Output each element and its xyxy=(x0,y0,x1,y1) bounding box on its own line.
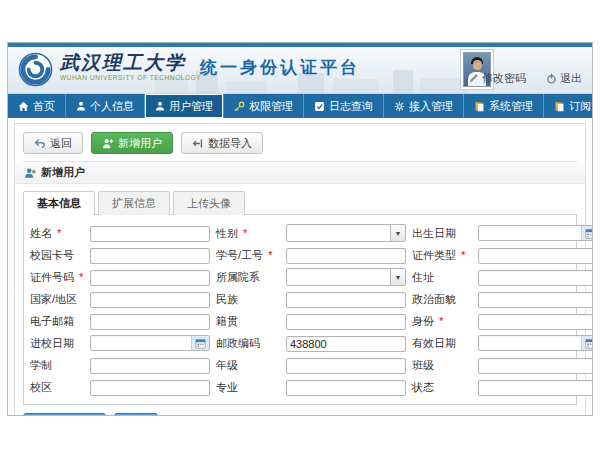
nav-item-permission-management[interactable]: 权限管理 xyxy=(224,94,304,118)
toolbar: 返回 新增用户 数据导入 xyxy=(23,129,577,162)
user-icon xyxy=(76,101,86,111)
reset-button[interactable]: 重置 xyxy=(114,413,158,416)
main-nav: 首页个人信息用户管理权限管理日志查询接入管理系统管理订阅管理 xyxy=(8,94,592,118)
add-user-icon xyxy=(102,138,113,149)
nav-item-log-query[interactable]: 日志查询 xyxy=(304,94,384,118)
field-label-email: 电子邮箱 xyxy=(28,314,86,329)
change-password-link[interactable]: 修改密码 xyxy=(468,71,526,86)
nav-item-system-management[interactable]: 系统管理 xyxy=(464,94,544,118)
calendar-icon[interactable] xyxy=(191,336,209,350)
university-logo-icon xyxy=(18,52,53,87)
identity-field xyxy=(478,312,593,330)
country-region-input[interactable] xyxy=(90,292,210,308)
field-label-name: 姓名 * xyxy=(28,226,86,241)
chevron-down-icon[interactable]: ▼ xyxy=(390,225,405,241)
tab-upload-avatar[interactable]: 上传头像 xyxy=(173,191,245,215)
required-asterisk: * xyxy=(79,271,83,283)
field-label-grade: 年级 xyxy=(214,358,282,373)
political-status-input[interactable] xyxy=(478,292,593,308)
nav-item-subscription-management[interactable]: 订阅管理 xyxy=(544,94,593,118)
header: 武汉理工大学 WUHAN UNIVERSITY OF TECHNOLOGY 统一… xyxy=(8,47,592,94)
key-icon xyxy=(234,101,245,112)
tab-basic-info[interactable]: 基本信息 xyxy=(23,191,95,215)
valid-date-input[interactable] xyxy=(478,335,593,351)
tab-extended-info[interactable]: 扩展信息 xyxy=(98,191,170,215)
nav-item-label: 权限管理 xyxy=(249,99,293,114)
gender-select[interactable]: ▼ xyxy=(286,224,406,242)
postal-code-field xyxy=(286,334,406,352)
logout-label: 退出 xyxy=(560,71,582,86)
identity-input[interactable] xyxy=(478,314,593,330)
native-place-input[interactable] xyxy=(286,314,406,330)
ethnicity-field xyxy=(286,290,406,308)
name-field xyxy=(90,224,210,242)
department-select[interactable]: ▼ xyxy=(286,268,406,286)
data-import-label: 数据导入 xyxy=(208,136,252,150)
import-arrow-icon xyxy=(192,138,203,149)
nav-item-label: 接入管理 xyxy=(409,99,453,114)
back-button[interactable]: 返回 xyxy=(23,132,83,154)
campus-card-no-input[interactable] xyxy=(90,248,210,264)
home-icon xyxy=(18,101,29,112)
app-window: 武汉理工大学 WUHAN UNIVERSITY OF TECHNOLOGY 统一… xyxy=(7,42,593,416)
country-region-field xyxy=(90,290,210,308)
field-label-gender: 性别 * xyxy=(214,226,282,241)
email-input[interactable] xyxy=(90,314,210,330)
education-length-input[interactable] xyxy=(90,358,210,374)
campus-input[interactable] xyxy=(90,380,210,396)
university-name: 武汉理工大学 xyxy=(60,53,201,73)
calendar-icon[interactable] xyxy=(581,336,593,350)
ethnicity-input[interactable] xyxy=(286,292,406,308)
power-icon xyxy=(546,73,557,84)
nav-item-label: 个人信息 xyxy=(90,99,134,114)
field-label-identity: 身份 * xyxy=(410,314,474,329)
data-import-button[interactable]: 数据导入 xyxy=(181,132,263,154)
field-label-student-staff-no: 学号/工号 * xyxy=(214,248,282,263)
add-user-icon xyxy=(24,167,36,179)
field-label-education-length: 学制 xyxy=(28,358,86,373)
submit-add-user-button[interactable]: 新增用户 xyxy=(23,413,106,416)
name-input[interactable] xyxy=(90,226,210,242)
status-field xyxy=(478,378,593,396)
id-type-input[interactable] xyxy=(478,248,593,264)
required-asterisk: * xyxy=(439,315,443,327)
class-input[interactable] xyxy=(478,358,593,374)
postal-code-input[interactable] xyxy=(286,336,406,352)
nav-item-home[interactable]: 首页 xyxy=(8,94,66,118)
chevron-down-icon[interactable]: ▼ xyxy=(390,269,405,285)
form-actions: 新增用户 重置 xyxy=(23,413,577,416)
address-input[interactable] xyxy=(478,270,593,286)
grade-field xyxy=(286,356,406,374)
field-label-status: 状态 xyxy=(410,380,474,395)
nav-item-personal-info[interactable]: 个人信息 xyxy=(66,94,145,118)
nav-item-access-management[interactable]: 接入管理 xyxy=(384,94,464,118)
status-input[interactable] xyxy=(478,380,593,396)
field-label-id-type: 证件类型 * xyxy=(410,248,474,263)
university-title-block: 武汉理工大学 WUHAN UNIVERSITY OF TECHNOLOGY xyxy=(60,53,201,81)
required-asterisk: * xyxy=(461,249,465,261)
add-user-toolbar-button[interactable]: 新增用户 xyxy=(91,132,173,154)
class-field xyxy=(478,356,593,374)
political-status-field xyxy=(478,290,593,308)
field-label-political-status: 政治面貌 xyxy=(410,292,474,307)
address-field xyxy=(478,268,593,286)
campus-field xyxy=(90,378,210,396)
nav-item-user-management[interactable]: 用户管理 xyxy=(145,94,224,118)
major-input[interactable] xyxy=(286,380,406,396)
field-label-campus-card-no: 校园卡号 xyxy=(28,248,86,263)
student-staff-no-input[interactable] xyxy=(286,248,406,264)
form-tabs: 基本信息扩展信息上传头像 xyxy=(23,191,577,215)
calendar-icon[interactable] xyxy=(581,226,593,240)
enroll-date-date-field xyxy=(90,335,210,351)
pencil-icon xyxy=(468,73,479,84)
logout-link[interactable]: 退出 xyxy=(546,71,582,86)
grade-input[interactable] xyxy=(286,358,406,374)
required-asterisk: * xyxy=(268,249,272,261)
id-number-input[interactable] xyxy=(90,270,210,286)
field-label-postal-code: 邮政编码 xyxy=(214,336,282,351)
birth-date-input[interactable] xyxy=(478,225,593,241)
required-asterisk: * xyxy=(57,227,61,239)
valid-date-date-field xyxy=(478,335,593,351)
change-password-label: 修改密码 xyxy=(482,71,526,86)
nav-item-label: 系统管理 xyxy=(489,99,533,114)
